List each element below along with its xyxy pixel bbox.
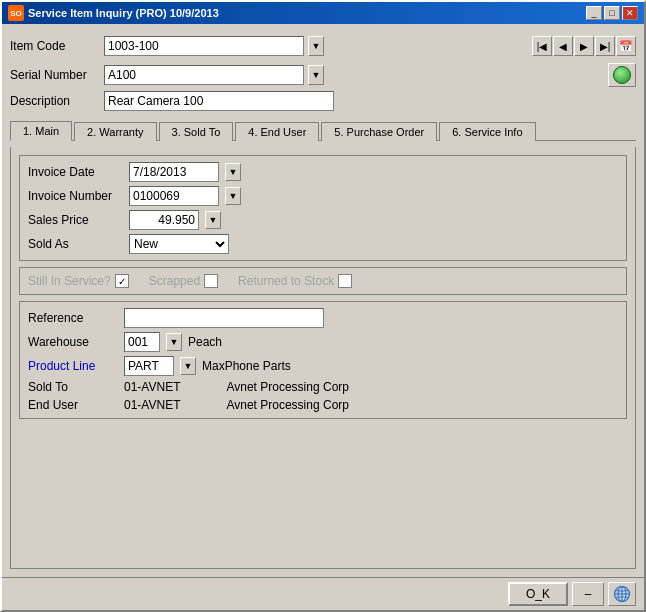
invoice-date-input[interactable] xyxy=(129,162,219,182)
nav-first-button[interactable]: |◀ xyxy=(532,36,552,56)
tab-service[interactable]: 6. Service Info xyxy=(439,122,535,141)
tab-enduser[interactable]: 4. End User xyxy=(235,122,319,141)
reference-label: Reference xyxy=(28,311,118,325)
returned-to-stock-item: Returned to Stock xyxy=(238,274,352,288)
description-input[interactable] xyxy=(104,91,334,111)
item-code-label: Item Code xyxy=(10,39,100,53)
service-status-section: Still In Service? ✓ Scrapped Returned to… xyxy=(19,267,627,295)
tab-warranty[interactable]: 2. Warranty xyxy=(74,122,156,141)
sold-as-label: Sold As xyxy=(28,237,123,251)
ok-button[interactable]: O_K xyxy=(508,582,568,606)
reference-input[interactable] xyxy=(124,308,324,328)
warehouse-name: Peach xyxy=(188,335,222,349)
product-line-lookup[interactable]: ▼ xyxy=(180,357,196,375)
still-in-service-checkbox[interactable]: ✓ xyxy=(115,274,129,288)
end-user-code: 01-AVNET xyxy=(124,398,180,412)
warehouse-lookup[interactable]: ▼ xyxy=(166,333,182,351)
item-code-lookup-button[interactable]: ▼ xyxy=(308,36,324,56)
end-user-label: End User xyxy=(28,398,118,412)
scrapped-label: Scrapped xyxy=(149,274,200,288)
invoice-section: Invoice Date ▼ Invoice Number ▼ Sales Pr… xyxy=(19,155,627,261)
window-content: Item Code ▼ |◀ ◀ ▶ ▶| 📅 Serial Number xyxy=(2,24,644,577)
product-line-code-input[interactable] xyxy=(124,356,174,376)
tab-main[interactable]: 1. Main xyxy=(10,121,72,141)
returned-to-stock-label: Returned to Stock xyxy=(238,274,334,288)
minimize-button[interactable]: _ xyxy=(586,6,602,20)
serial-number-label: Serial Number xyxy=(10,68,100,82)
nav-prev-button[interactable]: ◀ xyxy=(553,36,573,56)
window-title: Service Item Inquiry (PRO) 10/9/2013 xyxy=(28,7,219,19)
main-window: SO Service Item Inquiry (PRO) 10/9/2013 … xyxy=(0,0,646,612)
product-line-name: MaxPhone Parts xyxy=(202,359,291,373)
info-section: Reference Warehouse ▼ Peach Product Line… xyxy=(19,301,627,419)
tab-soldto[interactable]: 3. Sold To xyxy=(159,122,234,141)
end-user-name: Avnet Processing Corp xyxy=(226,398,349,412)
globe-icon xyxy=(613,585,631,603)
end-user-row: End User 01-AVNET Avnet Processing Corp xyxy=(28,398,618,412)
still-in-service-item: Still In Service? ✓ xyxy=(28,274,129,288)
tabs-container: 1. Main 2. Warranty 3. Sold To 4. End Us… xyxy=(10,120,636,141)
product-line-row: Product Line ▼ MaxPhone Parts xyxy=(28,356,618,376)
invoice-date-lookup[interactable]: ▼ xyxy=(225,163,241,181)
globe-button[interactable] xyxy=(608,582,636,606)
invoice-number-input[interactable] xyxy=(129,186,219,206)
sold-to-code: 01-AVNET xyxy=(124,380,180,394)
sold-to-row: Sold To 01-AVNET Avnet Processing Corp xyxy=(28,380,618,394)
returned-to-stock-checkbox[interactable] xyxy=(338,274,352,288)
invoice-date-label: Invoice Date xyxy=(28,165,123,179)
nav-last-button[interactable]: ▶| xyxy=(595,36,615,56)
main-panel: Invoice Date ▼ Invoice Number ▼ Sales Pr… xyxy=(10,147,636,569)
green-nav-button[interactable] xyxy=(608,63,636,87)
sales-price-input[interactable] xyxy=(129,210,199,230)
sales-price-label: Sales Price xyxy=(28,213,123,227)
bottom-bar: O_K – xyxy=(2,577,644,610)
warehouse-code-input[interactable] xyxy=(124,332,160,352)
item-code-input[interactable] xyxy=(104,36,304,56)
sold-to-name: Avnet Processing Corp xyxy=(226,380,349,394)
nav-next-button[interactable]: ▶ xyxy=(574,36,594,56)
sales-price-lookup[interactable]: ▼ xyxy=(205,211,221,229)
invoice-number-label: Invoice Number xyxy=(28,189,123,203)
warehouse-label: Warehouse xyxy=(28,335,118,349)
close-button[interactable]: ✕ xyxy=(622,6,638,20)
serial-lookup-button[interactable]: ▼ xyxy=(308,65,324,85)
product-line-label[interactable]: Product Line xyxy=(28,359,118,373)
green-circle-icon xyxy=(613,66,631,84)
invoice-number-lookup[interactable]: ▼ xyxy=(225,187,241,205)
sold-to-label: Sold To xyxy=(28,380,118,394)
calendar-button[interactable]: 📅 xyxy=(616,36,636,56)
maximize-button[interactable]: □ xyxy=(604,6,620,20)
scrapped-item: Scrapped xyxy=(149,274,218,288)
dash-button[interactable]: – xyxy=(572,582,604,606)
serial-number-input[interactable] xyxy=(104,65,304,85)
reference-row: Reference xyxy=(28,308,618,328)
title-bar: SO Service Item Inquiry (PRO) 10/9/2013 … xyxy=(2,2,644,24)
description-label: Description xyxy=(10,94,100,108)
still-in-service-label: Still In Service? xyxy=(28,274,111,288)
tab-po[interactable]: 5. Purchase Order xyxy=(321,122,437,141)
scrapped-checkbox[interactable] xyxy=(204,274,218,288)
app-icon: SO xyxy=(8,5,24,21)
sold-as-select[interactable]: New Used Refurbished xyxy=(129,234,229,254)
warehouse-row: Warehouse ▼ Peach xyxy=(28,332,618,352)
